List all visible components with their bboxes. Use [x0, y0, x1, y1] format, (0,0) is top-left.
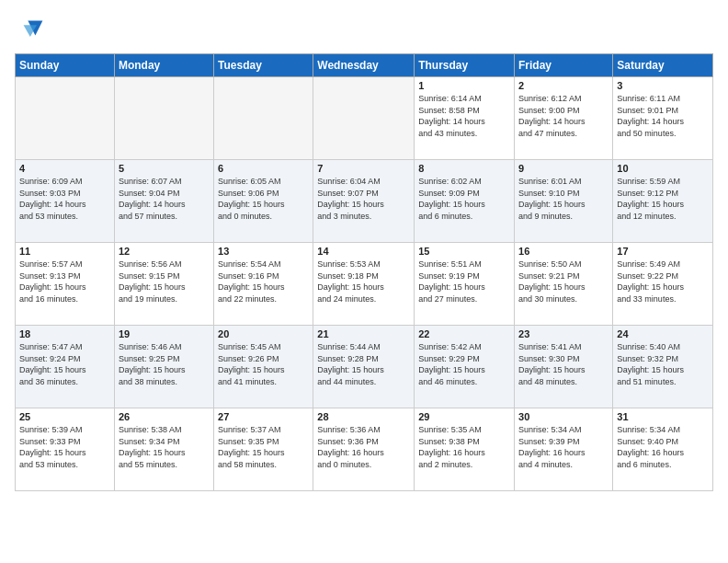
day-info: Sunrise: 5:34 AM Sunset: 9:39 PM Dayligh… [518, 424, 609, 470]
day-number: 27 [218, 411, 309, 422]
day-info: Sunrise: 5:34 AM Sunset: 9:40 PM Dayligh… [617, 424, 709, 470]
day-number: 14 [317, 246, 410, 257]
calendar-cell: 24Sunrise: 5:40 AM Sunset: 9:32 PM Dayli… [613, 326, 713, 408]
day-number: 28 [317, 411, 410, 422]
calendar-cell: 20Sunrise: 5:45 AM Sunset: 9:26 PM Dayli… [214, 326, 313, 408]
day-number: 21 [317, 328, 410, 339]
day-number: 24 [617, 328, 709, 339]
day-number: 29 [418, 411, 510, 422]
calendar-cell [313, 77, 415, 160]
calendar-cell: 6Sunrise: 6:05 AM Sunset: 9:06 PM Daylig… [214, 160, 313, 243]
calendar-cell: 1Sunrise: 6:14 AM Sunset: 8:58 PM Daylig… [415, 77, 515, 160]
calendar-cell [114, 77, 213, 160]
calendar-cell: 17Sunrise: 5:49 AM Sunset: 9:22 PM Dayli… [613, 243, 713, 326]
week-row-4: 18Sunrise: 5:47 AM Sunset: 9:24 PM Dayli… [16, 326, 713, 408]
day-info: Sunrise: 6:04 AM Sunset: 9:07 PM Dayligh… [317, 176, 410, 222]
calendar-cell: 21Sunrise: 5:44 AM Sunset: 9:28 PM Dayli… [313, 326, 415, 408]
calendar-cell: 30Sunrise: 5:34 AM Sunset: 9:39 PM Dayli… [515, 408, 613, 491]
day-number: 30 [518, 411, 609, 422]
day-info: Sunrise: 6:14 AM Sunset: 8:58 PM Dayligh… [418, 93, 510, 139]
calendar-cell: 11Sunrise: 5:57 AM Sunset: 9:13 PM Dayli… [16, 243, 115, 326]
day-info: Sunrise: 6:02 AM Sunset: 9:09 PM Dayligh… [418, 176, 510, 222]
day-info: Sunrise: 5:41 AM Sunset: 9:30 PM Dayligh… [518, 341, 609, 387]
calendar-cell [16, 77, 115, 160]
day-number: 13 [218, 246, 309, 257]
day-info: Sunrise: 5:54 AM Sunset: 9:16 PM Dayligh… [218, 259, 309, 304]
day-info: Sunrise: 6:07 AM Sunset: 9:04 PM Dayligh… [119, 176, 210, 222]
day-number: 19 [119, 328, 210, 339]
day-number: 23 [518, 328, 609, 339]
day-number: 25 [19, 411, 110, 422]
day-number: 3 [617, 80, 709, 91]
day-number: 18 [19, 328, 110, 339]
calendar-cell: 26Sunrise: 5:38 AM Sunset: 9:34 PM Dayli… [114, 408, 213, 491]
weekday-header-friday: Friday [515, 54, 613, 77]
calendar-cell: 31Sunrise: 5:34 AM Sunset: 9:40 PM Dayli… [613, 408, 713, 491]
day-info: Sunrise: 5:47 AM Sunset: 9:24 PM Dayligh… [19, 341, 110, 387]
day-info: Sunrise: 5:36 AM Sunset: 9:36 PM Dayligh… [317, 424, 410, 470]
day-info: Sunrise: 5:40 AM Sunset: 9:32 PM Dayligh… [617, 341, 709, 387]
calendar-cell: 19Sunrise: 5:46 AM Sunset: 9:25 PM Dayli… [114, 326, 213, 408]
day-info: Sunrise: 5:56 AM Sunset: 9:15 PM Dayligh… [119, 259, 210, 304]
day-number: 9 [518, 163, 609, 174]
logo [15, 15, 48, 44]
day-info: Sunrise: 5:49 AM Sunset: 9:22 PM Dayligh… [617, 259, 709, 304]
weekday-header-wednesday: Wednesday [313, 54, 415, 77]
header [15, 15, 713, 44]
day-number: 11 [19, 246, 110, 257]
day-info: Sunrise: 5:53 AM Sunset: 9:18 PM Dayligh… [317, 259, 410, 304]
calendar-cell: 14Sunrise: 5:53 AM Sunset: 9:18 PM Dayli… [313, 243, 415, 326]
day-number: 1 [418, 80, 510, 91]
calendar-cell: 15Sunrise: 5:51 AM Sunset: 9:19 PM Dayli… [415, 243, 515, 326]
week-row-3: 11Sunrise: 5:57 AM Sunset: 9:13 PM Dayli… [16, 243, 713, 326]
day-info: Sunrise: 5:38 AM Sunset: 9:34 PM Dayligh… [119, 424, 210, 470]
calendar-cell [214, 77, 313, 160]
day-number: 26 [119, 411, 210, 422]
page: SundayMondayTuesdayWednesdayThursdayFrid… [0, 0, 728, 563]
day-number: 8 [418, 163, 510, 174]
calendar-table: SundayMondayTuesdayWednesdayThursdayFrid… [15, 53, 713, 491]
day-number: 12 [119, 246, 210, 257]
day-info: Sunrise: 5:59 AM Sunset: 9:12 PM Dayligh… [617, 176, 709, 222]
calendar-cell: 10Sunrise: 5:59 AM Sunset: 9:12 PM Dayli… [613, 160, 713, 243]
day-number: 17 [617, 246, 709, 257]
day-info: Sunrise: 5:39 AM Sunset: 9:33 PM Dayligh… [19, 424, 110, 470]
day-number: 16 [518, 246, 609, 257]
day-number: 10 [617, 163, 709, 174]
day-info: Sunrise: 5:35 AM Sunset: 9:38 PM Dayligh… [418, 424, 510, 470]
day-info: Sunrise: 5:44 AM Sunset: 9:28 PM Dayligh… [317, 341, 410, 387]
weekday-header-tuesday: Tuesday [214, 54, 313, 77]
day-info: Sunrise: 5:45 AM Sunset: 9:26 PM Dayligh… [218, 341, 309, 387]
week-row-1: 1Sunrise: 6:14 AM Sunset: 8:58 PM Daylig… [16, 77, 713, 160]
calendar-cell: 25Sunrise: 5:39 AM Sunset: 9:33 PM Dayli… [16, 408, 115, 491]
weekday-header-monday: Monday [114, 54, 213, 77]
day-info: Sunrise: 5:51 AM Sunset: 9:19 PM Dayligh… [418, 259, 510, 304]
calendar-cell: 23Sunrise: 5:41 AM Sunset: 9:30 PM Dayli… [515, 326, 613, 408]
weekday-header-row: SundayMondayTuesdayWednesdayThursdayFrid… [16, 54, 713, 77]
calendar-cell: 9Sunrise: 6:01 AM Sunset: 9:10 PM Daylig… [515, 160, 613, 243]
calendar-cell: 3Sunrise: 6:11 AM Sunset: 9:01 PM Daylig… [613, 77, 713, 160]
calendar-cell: 4Sunrise: 6:09 AM Sunset: 9:03 PM Daylig… [16, 160, 115, 243]
calendar-cell: 12Sunrise: 5:56 AM Sunset: 9:15 PM Dayli… [114, 243, 213, 326]
day-info: Sunrise: 6:01 AM Sunset: 9:10 PM Dayligh… [518, 176, 609, 222]
week-row-2: 4Sunrise: 6:09 AM Sunset: 9:03 PM Daylig… [16, 160, 713, 243]
day-number: 31 [617, 411, 709, 422]
day-info: Sunrise: 6:11 AM Sunset: 9:01 PM Dayligh… [617, 93, 709, 139]
calendar-cell: 13Sunrise: 5:54 AM Sunset: 9:16 PM Dayli… [214, 243, 313, 326]
day-number: 6 [218, 163, 309, 174]
day-number: 5 [119, 163, 210, 174]
weekday-header-sunday: Sunday [16, 54, 115, 77]
calendar-cell: 8Sunrise: 6:02 AM Sunset: 9:09 PM Daylig… [415, 160, 515, 243]
calendar-cell: 28Sunrise: 5:36 AM Sunset: 9:36 PM Dayli… [313, 408, 415, 491]
day-info: Sunrise: 6:05 AM Sunset: 9:06 PM Dayligh… [218, 176, 309, 222]
weekday-header-saturday: Saturday [613, 54, 713, 77]
day-number: 7 [317, 163, 410, 174]
calendar-cell: 29Sunrise: 5:35 AM Sunset: 9:38 PM Dayli… [415, 408, 515, 491]
logo-icon [15, 15, 44, 44]
week-row-5: 25Sunrise: 5:39 AM Sunset: 9:33 PM Dayli… [16, 408, 713, 491]
day-info: Sunrise: 5:42 AM Sunset: 9:29 PM Dayligh… [418, 341, 510, 387]
day-number: 2 [518, 80, 609, 91]
day-number: 4 [19, 163, 110, 174]
day-number: 20 [218, 328, 309, 339]
calendar-cell: 22Sunrise: 5:42 AM Sunset: 9:29 PM Dayli… [415, 326, 515, 408]
